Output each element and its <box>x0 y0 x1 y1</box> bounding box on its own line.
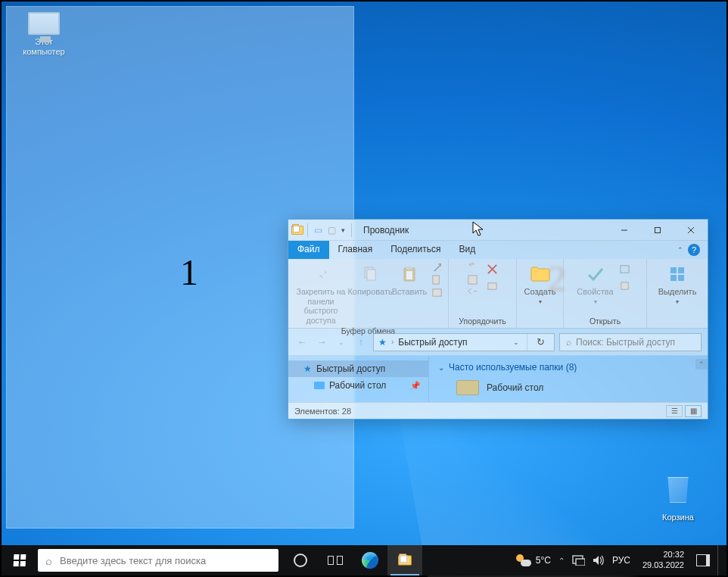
content-pane[interactable]: ⌃ ⌄ Часто используемые папки (8) Рабочий… <box>429 356 708 402</box>
ribbon-organize-small2[interactable] <box>484 261 501 299</box>
folder-icon <box>456 380 479 395</box>
search-icon: ⌕ <box>566 337 571 348</box>
scroll-up-button[interactable]: ⌃ <box>695 359 708 370</box>
pin-icon[interactable]: 📌 <box>410 381 421 391</box>
ribbon-select[interactable]: Выделить ▾ <box>658 261 697 306</box>
help-icon[interactable]: ? <box>688 244 700 256</box>
qat-newfolder-icon[interactable]: ▢ <box>325 224 338 236</box>
nav-back-button[interactable]: ← <box>294 335 310 350</box>
svg-rect-16 <box>678 267 684 273</box>
weather-widget[interactable]: 5°C <box>516 554 551 566</box>
chevron-down-icon: ⌄ <box>438 363 444 372</box>
svg-rect-11 <box>468 276 477 284</box>
ribbon-group-organize: Упорядочить <box>449 315 516 328</box>
clock-time: 20:32 <box>642 550 684 560</box>
network-icon[interactable] <box>572 555 585 566</box>
taskbar-file-explorer[interactable] <box>387 545 422 575</box>
trash-icon <box>661 477 695 510</box>
svg-rect-14 <box>621 282 628 289</box>
windows-logo-icon <box>14 554 26 566</box>
annotation-1: 1 <box>180 251 198 293</box>
address-bar[interactable]: ★ › Быстрый доступ ⌄ ↻ <box>373 333 555 351</box>
status-bar: Элементов: 28 ☰ ▦ <box>288 402 708 419</box>
desktop-icon-label: Корзина <box>649 513 707 522</box>
close-button[interactable] <box>674 220 708 241</box>
svg-rect-15 <box>670 267 677 273</box>
nav-up-button[interactable]: ↑ <box>353 335 369 350</box>
navigation-pane[interactable]: ★ Быстрый доступ Рабочий стол 📌 <box>288 356 429 402</box>
nav-history-caret[interactable]: ⌄ <box>334 335 349 350</box>
language-indicator[interactable]: РУС <box>612 555 630 566</box>
tray-overflow-caret[interactable]: ⌃ <box>558 557 565 565</box>
quick-access-toolbar: ▭ ▢ ▾ <box>288 223 357 237</box>
taskbar-edge[interactable] <box>353 545 387 575</box>
system-tray: 5°C ⌃ РУС 20:32 29.03.2022 <box>516 545 726 575</box>
titlebar[interactable]: ▭ ▢ ▾ Проводник <box>288 220 708 241</box>
view-details-button[interactable]: ☰ <box>666 405 683 417</box>
qat-customize-caret[interactable]: ▾ <box>339 226 347 234</box>
svg-rect-9 <box>433 276 439 284</box>
folder-item-desktop[interactable]: Рабочий стол <box>438 373 698 395</box>
cortana-button[interactable] <box>283 545 318 575</box>
notification-icon <box>696 554 710 566</box>
ribbon-group-open: Открыть <box>564 315 646 328</box>
file-explorer-window[interactable]: ▭ ▢ ▾ Проводник Файл Главная Поделиться … <box>288 219 708 419</box>
task-view-button[interactable] <box>318 545 353 575</box>
pin-icon <box>310 263 332 285</box>
new-folder-icon <box>529 263 552 285</box>
ribbon-copy[interactable]: Копировать <box>352 261 388 297</box>
ribbon-clipboard-extra[interactable] <box>431 261 443 299</box>
checkmark-icon <box>584 263 607 285</box>
tab-file[interactable]: Файл <box>288 241 329 259</box>
search-placeholder: Поиск: Быстрый доступ <box>576 337 675 348</box>
tab-home[interactable]: Главная <box>329 241 382 259</box>
ribbon-organize-small[interactable] <box>465 261 481 299</box>
svg-rect-10 <box>433 289 441 296</box>
svg-rect-5 <box>367 270 375 280</box>
volume-icon[interactable] <box>593 555 605 566</box>
ribbon-pin-quick-access[interactable]: Закрепить на панели быстрого доступа <box>293 261 349 325</box>
nav-forward-button[interactable]: → <box>314 335 329 350</box>
breadcrumb[interactable]: Быстрый доступ <box>398 337 467 348</box>
svg-rect-17 <box>670 275 677 281</box>
taskbar-search-input[interactable]: ⌕ Введите здесь текст для поиска <box>38 549 278 572</box>
app-folder-icon <box>291 224 303 236</box>
svg-rect-7 <box>406 267 412 270</box>
tab-view[interactable]: Вид <box>450 241 484 259</box>
folder-icon <box>398 555 412 565</box>
show-desktop-button[interactable] <box>717 545 722 575</box>
weather-icon <box>516 554 531 566</box>
ribbon-paste[interactable]: Вставить <box>391 261 428 297</box>
paste-icon <box>398 263 421 285</box>
clock[interactable]: 20:32 29.03.2022 <box>638 550 689 571</box>
edge-icon <box>362 552 378 569</box>
group-header-frequent[interactable]: ⌄ Часто используемые папки (8) <box>438 362 698 373</box>
tab-share[interactable]: Поделиться <box>381 241 450 259</box>
taskbar[interactable]: ⌕ Введите здесь текст для поиска 5°C ⌃ Р… <box>2 545 726 575</box>
nav-desktop[interactable]: Рабочий стол 📌 <box>288 377 428 394</box>
copy-icon <box>359 263 381 285</box>
svg-rect-13 <box>621 266 629 273</box>
ribbon-collapse-caret[interactable]: ⌃ <box>677 246 683 254</box>
start-button[interactable] <box>2 545 38 575</box>
minimize-button[interactable] <box>608 220 641 241</box>
svg-rect-1 <box>655 227 661 232</box>
mouse-cursor <box>472 221 484 238</box>
weather-temp: 5°C <box>536 555 551 566</box>
ribbon-new[interactable]: Создать ▾ <box>522 261 558 306</box>
folder-icon <box>314 382 325 389</box>
nav-quick-access[interactable]: ★ Быстрый доступ <box>288 360 428 377</box>
maximize-button[interactable] <box>641 220 674 241</box>
ribbon-open-extra[interactable] <box>617 261 633 299</box>
svg-rect-8 <box>406 271 412 279</box>
search-input[interactable]: ⌕ Поиск: Быстрый доступ <box>559 333 702 351</box>
refresh-button[interactable]: ↻ <box>532 336 549 348</box>
desktop-icon-recycle-bin[interactable]: Корзина <box>649 473 707 522</box>
view-icons-button[interactable]: ▦ <box>685 405 702 417</box>
ribbon-tabs: Файл Главная Поделиться Вид ⌃ ? <box>288 241 708 259</box>
ribbon-properties[interactable]: Свойства ▾ <box>577 261 613 306</box>
svg-rect-20 <box>576 559 585 566</box>
qat-properties-icon[interactable]: ▭ <box>312 224 324 236</box>
notifications-button[interactable] <box>696 554 710 566</box>
chevron-down-icon[interactable]: ⌄ <box>510 338 522 346</box>
